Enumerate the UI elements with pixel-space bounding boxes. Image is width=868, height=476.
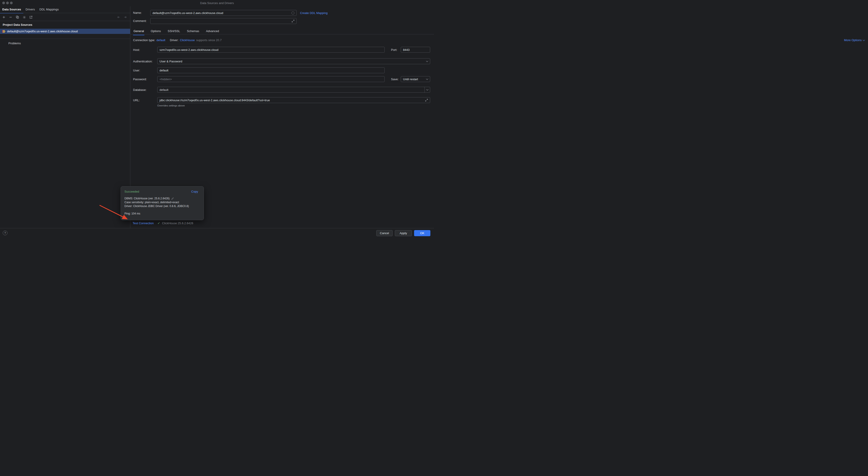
authentication-value: User & Password xyxy=(159,60,426,63)
save-select[interactable]: Until restart xyxy=(401,76,430,82)
duplicate-button[interactable] xyxy=(15,15,20,20)
name-label: Name: xyxy=(133,11,142,15)
chevron-down-icon xyxy=(426,89,429,91)
external-link-icon xyxy=(29,15,33,19)
driver-note: supports since 20.7 xyxy=(196,38,222,42)
project-data-sources-title: Project Data Sources xyxy=(3,23,32,27)
test-connection-link[interactable]: Test Connection xyxy=(133,222,154,225)
user-input[interactable]: default xyxy=(157,67,385,73)
popup-driver-line: Driver: ClickHouse JDBC Driver (ver. 0.8… xyxy=(124,205,189,208)
connection-type-value-link[interactable]: default xyxy=(157,38,165,42)
driver-label: Driver: xyxy=(170,38,179,42)
database-label: Database: xyxy=(133,88,146,92)
chevron-down-icon xyxy=(426,78,428,80)
bottom-bar: ? Cancel Apply OK xyxy=(0,228,434,238)
port-label: Port: xyxy=(391,48,397,52)
popup-status: Succeeded xyxy=(124,190,139,193)
tab-data-sources[interactable]: Data Sources xyxy=(0,6,23,13)
forward-button[interactable] xyxy=(123,15,128,20)
comment-label: Comment: xyxy=(133,19,147,23)
success-check-icon: ✓ xyxy=(157,221,160,225)
popup-case-line: Case sensitivity: plain=exact, delimited… xyxy=(124,201,179,204)
test-connection-popup: Succeeded Copy DBMS: ClickHouse (ver. 25… xyxy=(121,186,204,220)
combo-arrow-button[interactable] xyxy=(425,87,430,93)
data-source-list-item[interactable]: default@szm7oqed0o.us-west-2.aws.clickho… xyxy=(0,29,130,34)
popup-dbms-line: DBMS: ClickHouse (ver. 25.6.2.6426) xyxy=(124,197,174,200)
popup-copy-link[interactable]: Copy xyxy=(191,190,198,193)
driver-value-link[interactable]: ClickHouse xyxy=(180,38,195,42)
server-version-text: ClickHouse 25.6.2.6426 xyxy=(162,222,193,225)
help-button[interactable]: ? xyxy=(3,231,7,235)
clickhouse-icon xyxy=(2,30,5,33)
url-value: jdbc:clickhouse://szm7oqed0o.us-west-2.a… xyxy=(159,99,425,102)
open-in-new-window-button[interactable] xyxy=(29,15,33,20)
user-value: default xyxy=(159,69,168,72)
left-tab-bar: Data Sources Drivers DDL Mappings xyxy=(0,6,130,13)
save-value: Until restart xyxy=(403,77,426,81)
minus-icon xyxy=(9,15,12,19)
left-panel: Data Sources Drivers DDL Mappings xyxy=(0,6,130,228)
host-input[interactable]: szm7oqed0o.us-west-2.aws.clickhouse.clou… xyxy=(157,47,385,53)
back-arrow-icon xyxy=(117,15,120,19)
authentication-label: Authentication: xyxy=(133,60,153,63)
help-question-icon: ? xyxy=(4,231,6,235)
forward-arrow-icon xyxy=(124,15,127,19)
cancel-button[interactable]: Cancel xyxy=(376,230,393,236)
url-input[interactable]: jdbc:clickhouse://szm7oqed0o.us-west-2.a… xyxy=(157,97,430,103)
authentication-select[interactable]: User & Password xyxy=(157,58,430,64)
name-input[interactable]: default@szm7oqed0o.us-west-2.aws.clickho… xyxy=(150,10,297,16)
host-label: Host: xyxy=(133,48,140,52)
status-circle-icon xyxy=(291,11,294,14)
url-note: Overrides settings above xyxy=(157,104,185,107)
password-input[interactable]: <hidden> xyxy=(157,76,385,82)
tab-drivers[interactable]: Drivers xyxy=(23,6,37,13)
tab-ddl-mappings[interactable]: DDL Mappings xyxy=(37,6,61,13)
remove-data-source-button[interactable] xyxy=(8,15,13,20)
popup-ping-line: Ping: 104 ms xyxy=(124,212,140,215)
chevron-down-icon xyxy=(426,60,428,62)
url-label: URL: xyxy=(133,99,140,102)
add-data-source-button[interactable] xyxy=(1,15,6,20)
database-combobox[interactable]: default xyxy=(157,87,430,93)
window-title: Data Sources and Drivers xyxy=(0,1,434,5)
password-label: Password: xyxy=(133,77,147,81)
ok-button[interactable]: OK xyxy=(414,230,430,236)
password-placeholder: <hidden> xyxy=(159,77,172,81)
data-source-label: default@szm7oqed0o.us-west-2.aws.clickho… xyxy=(7,30,78,33)
port-input[interactable]: 8443 xyxy=(401,47,430,53)
problems-section-header[interactable]: Problems xyxy=(8,42,21,45)
expand-icon[interactable] xyxy=(425,99,428,101)
titlebar: Data Sources and Drivers xyxy=(0,0,434,6)
gear-icon xyxy=(23,15,26,19)
connection-type-label: Connection type: xyxy=(133,38,155,42)
name-value: default@szm7oqed0o.us-west-2.aws.clickho… xyxy=(153,11,291,15)
edit-pencil-icon[interactable] xyxy=(171,197,174,200)
comment-input[interactable] xyxy=(150,18,297,24)
port-value: 8443 xyxy=(403,48,409,52)
copy-icon xyxy=(16,15,19,19)
expand-icon[interactable] xyxy=(292,20,294,22)
host-value: szm7oqed0o.us-west-2.aws.clickhouse.clou… xyxy=(159,48,218,52)
save-label: Save: xyxy=(391,77,399,81)
connection-type-row: Connection type: default Driver: ClickHo… xyxy=(133,38,221,42)
back-button[interactable] xyxy=(116,15,121,20)
plus-icon xyxy=(2,15,5,19)
left-toolbar xyxy=(1,14,129,20)
create-ddl-mapping-link[interactable]: Create DDL Mapping xyxy=(300,11,328,15)
database-value: default xyxy=(159,88,425,92)
data-source-properties-button[interactable] xyxy=(22,15,27,20)
apply-button[interactable]: Apply xyxy=(395,230,412,236)
user-label: User: xyxy=(133,69,140,72)
